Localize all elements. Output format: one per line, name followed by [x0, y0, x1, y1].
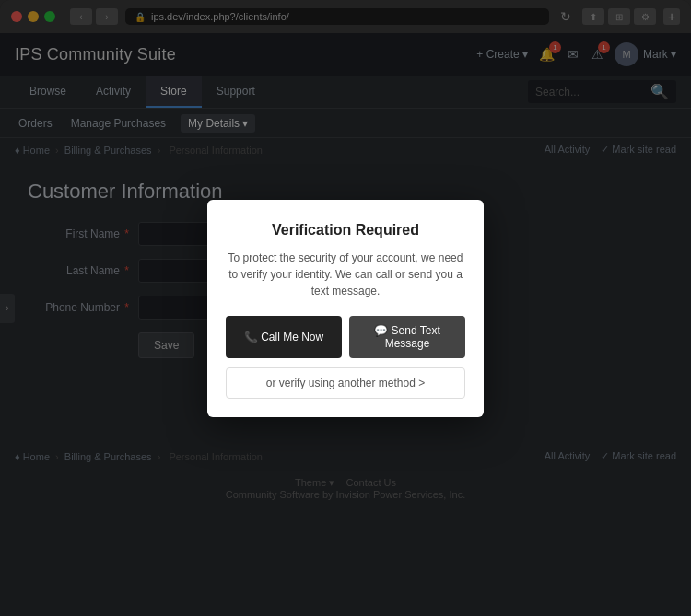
call-me-button[interactable]: 📞 Call Me Now: [226, 316, 342, 358]
send-text-button[interactable]: 💬 Send Text Message: [349, 316, 465, 358]
modal-body: To protect the security of your account,…: [226, 250, 465, 299]
modal-overlay: Verification Required To protect the sec…: [0, 0, 691, 616]
alt-verify-button[interactable]: or verify using another method >: [226, 367, 465, 399]
verification-modal: Verification Required To protect the sec…: [207, 200, 484, 417]
modal-actions: 📞 Call Me Now 💬 Send Text Message: [226, 316, 465, 358]
modal-title: Verification Required: [226, 222, 465, 238]
